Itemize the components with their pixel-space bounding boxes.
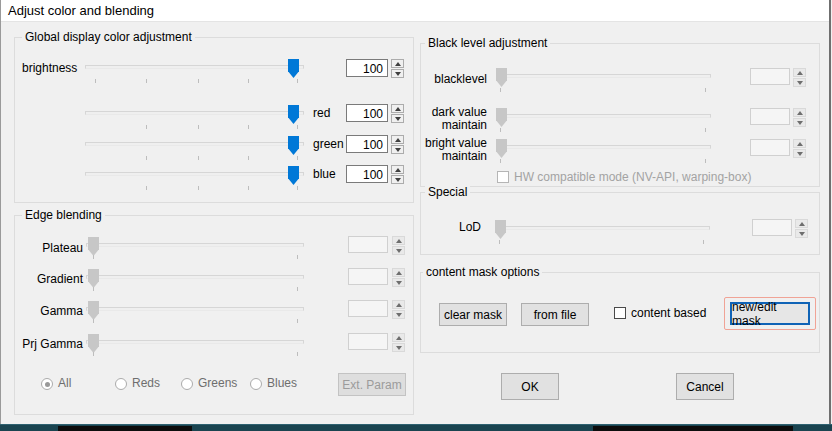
gamma-slider-thumb [88, 301, 99, 320]
radio-blues: Blues [250, 377, 297, 390]
bright-value-slider [496, 139, 711, 165]
bright-value-maintain-label: bright value maintain [405, 137, 487, 163]
green-slider-thumb[interactable] [288, 136, 299, 155]
green-spin-down-button[interactable] [391, 145, 404, 154]
new-edit-mask-button[interactable]: new/edit mask [730, 302, 810, 325]
blue-slider-thumb[interactable] [288, 166, 299, 185]
blacklevel-label: blacklevel [405, 73, 487, 86]
tick [146, 156, 147, 160]
red-value-input[interactable]: 100 [346, 104, 388, 122]
background-window-segment [58, 426, 192, 431]
green-label: green [313, 138, 344, 151]
up-arrow-icon [395, 168, 401, 172]
gradient-spin-down-button [392, 278, 405, 287]
gamma-label: Gamma [15, 305, 83, 318]
from-file-button[interactable]: from file [521, 303, 589, 326]
prj-gamma-spin-down-button [392, 343, 405, 352]
bright-value-slider-track [496, 145, 711, 149]
content-based-checkbox-box[interactable] [614, 307, 626, 319]
red-slider-track[interactable] [85, 111, 304, 115]
blue-value-input[interactable]: 100 [346, 165, 388, 183]
lod-slider-track [495, 226, 710, 230]
lod-spin-up-button [795, 219, 808, 228]
tick [500, 88, 501, 92]
tick [297, 287, 298, 291]
plateau-slider [86, 237, 304, 263]
gamma-value-input [348, 300, 388, 317]
group-edge-blending-title: Edge blending [22, 208, 105, 222]
up-arrow-icon [395, 107, 401, 111]
brightness-value-input[interactable]: 100 [346, 59, 388, 77]
tick [198, 79, 199, 83]
red-slider-thumb[interactable] [288, 105, 299, 124]
prj-gamma-label: Prj Gamma [15, 338, 83, 351]
blacklevel-slider-thumb [496, 68, 507, 87]
dialog-title: Adjust color and blending [8, 3, 154, 18]
cancel-button[interactable]: Cancel [676, 373, 734, 400]
dark-value-input [750, 108, 790, 125]
tick [248, 156, 249, 160]
hw-compatible-checkbox: HW compatible mode (NV-API, warping-box) [497, 171, 751, 184]
group-black-level-title: Black level adjustment [425, 36, 550, 50]
down-arrow-icon [396, 313, 402, 317]
blue-spin-down-button[interactable] [391, 175, 404, 184]
group-content-mask-title: content mask options [423, 265, 542, 279]
up-arrow-icon [797, 142, 803, 146]
hw-compatible-checkbox-label: HW compatible mode (NV-API, warping-box) [514, 171, 751, 184]
ok-button[interactable]: OK [501, 373, 559, 400]
bright-value-input [750, 139, 790, 156]
lod-spin-down-button [795, 229, 808, 238]
red-slider[interactable] [85, 105, 304, 131]
tick [93, 255, 94, 259]
group-global-color-title: Global display color adjustment [22, 30, 195, 44]
up-arrow-icon [395, 138, 401, 142]
red-spin-up-button[interactable] [391, 104, 404, 113]
gradient-slider-thumb [88, 269, 99, 288]
lod-label: LoD [459, 221, 481, 234]
radio-reds-circle [115, 378, 127, 390]
background-window-strip [0, 424, 832, 431]
brightness-spin-up-button[interactable] [391, 59, 404, 68]
brightness-slider[interactable] [85, 59, 304, 85]
blacklevel-slider-track [496, 74, 711, 78]
green-value-input[interactable]: 100 [346, 135, 388, 153]
clear-mask-button[interactable]: clear mask [439, 303, 507, 326]
tick [248, 186, 249, 190]
tick [93, 287, 94, 291]
brightness-slider-thumb[interactable] [288, 59, 299, 78]
tick [93, 352, 94, 356]
tick [297, 255, 298, 259]
tick [705, 128, 706, 132]
red-label: red [313, 107, 330, 120]
brightness-spin-down-button[interactable] [391, 69, 404, 78]
green-spin-up-button[interactable] [391, 135, 404, 144]
gradient-value-input [348, 268, 388, 285]
radio-greens: Greens [181, 377, 237, 390]
dark-value-slider [496, 108, 711, 134]
up-arrow-icon [797, 71, 803, 75]
plateau-label: Plateau [15, 242, 83, 255]
content-based-checkbox[interactable]: content based [614, 307, 706, 320]
green-slider-track[interactable] [85, 142, 304, 146]
blue-slider[interactable] [85, 166, 304, 192]
tick [93, 319, 94, 323]
radio-blues-label: Blues [267, 377, 297, 390]
green-slider[interactable] [85, 136, 304, 162]
down-arrow-icon [395, 148, 401, 152]
tick [95, 79, 96, 83]
down-arrow-icon [799, 232, 805, 236]
plateau-spin-down-button [392, 246, 405, 255]
brightness-slider-track[interactable] [85, 65, 304, 69]
group-special-title: Special [425, 185, 470, 199]
tick [146, 186, 147, 190]
blue-spin-up-button[interactable] [391, 165, 404, 174]
blacklevel-spin-down-button [793, 78, 806, 87]
blue-slider-track[interactable] [85, 172, 304, 176]
tick [297, 125, 298, 129]
red-spin-down-button[interactable] [391, 114, 404, 123]
radio-greens-label: Greens [198, 377, 237, 390]
tick [198, 125, 199, 129]
dark-value-slider-track [496, 114, 711, 118]
prj-gamma-slider-thumb [88, 334, 99, 353]
dark-value-spin-up-button [793, 108, 806, 117]
